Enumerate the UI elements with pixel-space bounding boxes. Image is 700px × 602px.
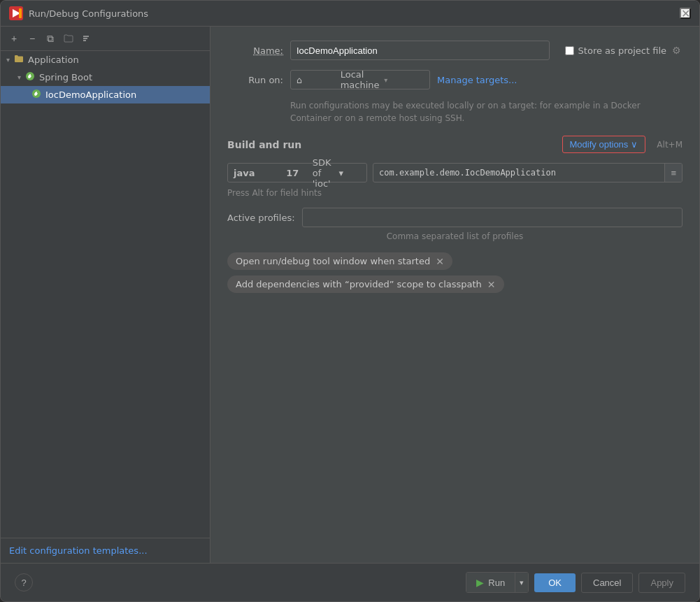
store-gear-button[interactable]: ⚙ [671,43,683,57]
build-run-header: Build and run Modify options ∨ Alt+M [227,136,683,153]
tag-deps-close[interactable]: ✕ [487,280,496,289]
sort-config-button[interactable] [79,31,94,46]
application-label: Application [28,55,79,65]
sdk-class-row: java 17 SDK of 'ioc' ▾ ≡ [227,163,683,182]
sidebar-footer: Edit configuration templates... [1,538,210,563]
sidebar-toolbar: + − ⧉ [1,27,210,51]
run-button-container: ▶ Run ▾ [466,572,529,593]
dialog-title: Run/Debug Configurations [29,8,674,19]
tags-row: Open run/debug tool window when started … [227,252,683,293]
alt-hint: Press Alt for field hints [227,188,683,198]
profiles-row: Active profiles: [227,208,683,227]
tag-deps: Add dependencies with “provided” scope t… [227,275,504,293]
modify-options-area: Modify options ∨ Alt+M [562,136,683,153]
home-icon: ⌂ [297,75,336,85]
sdk-rest-label: SDK of 'ioc' [313,157,335,189]
expand-icon-springboot: ▾ [17,73,21,81]
run-play-icon: ▶ [476,577,484,588]
close-button[interactable]: ✕ [680,8,691,19]
run-on-row: Run on: ⌂ Local machine ▾ Manage targets… [227,70,683,89]
springboot-label: Spring Boot [39,72,92,83]
sidebar-item-application[interactable]: ▾ Application [1,51,210,69]
store-project-label: Store as project file [578,45,666,56]
title-bar: Run/Debug Configurations ✕ [1,1,699,27]
run-debug-dialog: Run/Debug Configurations ✕ + − ⧉ [0,0,700,602]
manage-targets-link[interactable]: Manage targets... [437,75,517,85]
sdk-java-label: java [234,168,256,178]
app-icon [9,6,23,20]
svg-rect-2 [19,8,22,18]
modify-shortcut: Alt+M [657,140,683,150]
store-project-area: Store as project file ⚙ [565,43,683,57]
sidebar-item-springboot[interactable]: ▾ Spring Boot [1,69,210,86]
sdk-chevron-icon: ▾ [338,168,361,178]
run-on-hint: Run configurations may be executed local… [290,99,683,124]
profiles-hint: Comma separated list of profiles [227,231,683,241]
edit-templates-link[interactable]: Edit configuration templates... [9,545,148,556]
expand-icon: ▾ [6,56,10,64]
run-button[interactable]: ▶ Run [466,573,515,592]
chevron-down-icon: ▾ [384,76,424,84]
help-button[interactable]: ? [15,573,33,592]
sidebar: + − ⧉ ▾ [1,27,210,563]
application-folder-icon [14,54,24,66]
store-project-checkbox[interactable] [565,46,574,55]
ioc-demo-icon [31,89,41,101]
sidebar-item-ioc-demo[interactable]: IocDemoApplication [1,86,210,103]
modify-chevron-icon: ∨ [631,139,638,150]
name-row: Name: Store as project file ⚙ [227,41,683,60]
apply-button[interactable]: Apply [638,573,685,593]
ioc-demo-label: IocDemoApplication [45,89,136,100]
cancel-button[interactable]: Cancel [581,573,633,593]
add-config-button[interactable]: + [6,31,22,46]
ok-button[interactable]: OK [534,573,576,592]
profiles-label: Active profiles: [227,213,295,223]
run-on-value: Local machine [341,69,380,90]
class-field: ≡ [373,163,683,182]
run-on-select[interactable]: ⌂ Local machine ▾ [290,70,430,89]
sdk-select[interactable]: java 17 SDK of 'ioc' ▾ [227,163,367,182]
build-run-title: Build and run [227,139,301,150]
name-input[interactable] [290,41,550,60]
right-panel: Name: Store as project file ⚙ Run on: ⌂ … [210,27,699,563]
name-label: Name: [227,45,283,56]
springboot-icon [25,71,35,83]
copy-config-button[interactable]: ⧉ [43,31,58,46]
remove-config-button[interactable]: − [24,31,40,46]
main-content: + − ⧉ ▾ [1,27,699,563]
bottom-bar: ? ▶ Run ▾ OK Cancel Apply [1,563,699,601]
class-input[interactable] [373,165,664,180]
sdk-version-label: 17 [286,168,308,178]
tag-run-debug: Open run/debug tool window when started … [227,252,452,270]
run-arrow-button[interactable]: ▾ [515,573,528,592]
tag-run-debug-close[interactable]: ✕ [436,257,444,266]
run-on-label: Run on: [227,75,283,85]
folder-config-button[interactable] [61,31,76,46]
modify-options-button[interactable]: Modify options ∨ [562,136,646,153]
profiles-input[interactable] [302,208,683,227]
class-field-button[interactable]: ≡ [664,164,682,182]
